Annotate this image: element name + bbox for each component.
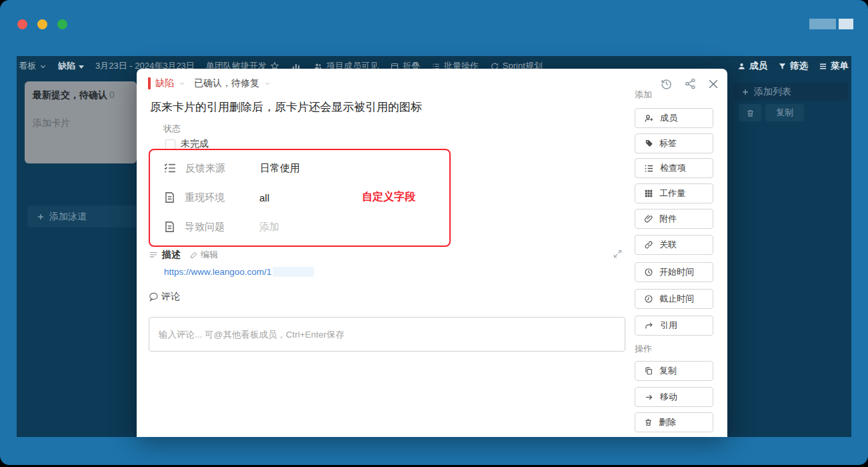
status-section-label: 状态 <box>163 123 181 135</box>
text-lines-icon <box>149 250 158 260</box>
card-type-row: 缺陷 已确认，待修复 <box>148 77 271 89</box>
add-list-label: 添加列表 <box>754 86 791 98</box>
copy-icon <box>644 366 653 376</box>
card-type-select[interactable]: 缺陷 <box>155 77 174 89</box>
field-value[interactable]: 日常使用 <box>260 162 300 175</box>
expand-icon[interactable] <box>613 249 623 259</box>
button-label: 工作量 <box>659 187 685 199</box>
description-label: 描述 <box>162 249 181 261</box>
delete-list-button[interactable] <box>739 104 761 121</box>
board-name-label: 缺陷 <box>58 60 75 72</box>
add-workload-button[interactable]: 工作量 <box>635 183 713 203</box>
add-list-button[interactable]: 添加列表 <box>733 83 848 101</box>
person-icon <box>737 62 746 71</box>
edit-label: 编辑 <box>201 249 218 261</box>
add-attachment-button[interactable]: 附件 <box>635 209 713 229</box>
menu-button[interactable]: 菜单 <box>819 60 849 72</box>
share-icon[interactable] <box>684 77 697 90</box>
app-window: 看板 缺陷 3月23日 - 2024年3月23日 单团队敏捷开发 项目成员可见 <box>0 0 868 465</box>
card-status-select[interactable]: 已确认，待修复 <box>194 77 259 89</box>
minimize-window-button[interactable] <box>37 19 47 29</box>
caret-down-icon <box>79 65 84 69</box>
forward-arrow-icon <box>644 321 654 330</box>
delete-card-button[interactable]: 删除 <box>635 412 713 432</box>
clock-icon <box>644 294 653 304</box>
copy-list-button[interactable]: 复制 <box>765 104 804 121</box>
add-relation-button[interactable]: 关联 <box>635 235 713 255</box>
kanban-list: 最新提交，待确认0 添加卡片 <box>25 81 137 163</box>
board-name-menu[interactable]: 缺陷 <box>58 60 84 72</box>
ops-section-label: 操作 <box>635 343 652 355</box>
titlebar-control-rect <box>839 19 853 29</box>
document-icon <box>163 191 176 204</box>
edit-description-button[interactable]: 编辑 <box>190 249 218 261</box>
plus-icon <box>37 213 45 221</box>
button-label: 复制 <box>659 365 677 377</box>
card-title[interactable]: 原来卡片的引用删除后，原卡片还会显示被引用的图标 <box>150 99 590 115</box>
custom-field-row[interactable]: 导致问题 添加 <box>163 219 279 234</box>
move-card-button[interactable]: 移动 <box>635 387 713 407</box>
field-label: 重现环境 <box>185 191 259 204</box>
due-time-button[interactable]: 截止时间 <box>635 289 713 309</box>
paperclip-icon <box>644 214 653 223</box>
button-label: 开始时间 <box>659 266 694 278</box>
quote-button[interactable]: 引用 <box>635 316 713 336</box>
field-value[interactable]: all <box>259 192 269 203</box>
card-link[interactable]: https://www.leangoo.com/1 <box>164 267 271 277</box>
add-swimlane-button[interactable]: 添加泳道 <box>27 205 142 227</box>
menu-label: 菜单 <box>831 60 849 72</box>
plus-icon <box>741 88 749 96</box>
add-checklist-button[interactable]: 检查项 <box>635 158 713 178</box>
description-content: https://www.leangoo.com/1 <box>164 267 314 277</box>
close-icon[interactable] <box>707 77 720 91</box>
button-label: 标签 <box>659 137 677 149</box>
history-icon[interactable] <box>660 77 673 90</box>
add-swimlane-label: 添加泳道 <box>49 211 87 223</box>
pencil-icon <box>190 251 198 259</box>
document-icon <box>163 220 176 234</box>
add-tag-button[interactable]: 标签 <box>635 133 713 153</box>
chevron-down-icon <box>179 80 185 87</box>
speech-bubble-icon <box>148 292 159 302</box>
custom-fields-annotation: 自定义字段 <box>362 190 415 204</box>
field-label: 导致问题 <box>185 221 259 234</box>
list-count: 0 <box>109 89 115 100</box>
comments-section-header: 评论 <box>148 291 180 303</box>
board-switcher[interactable]: 看板 <box>19 60 47 72</box>
trash-icon <box>644 418 653 427</box>
funnel-icon <box>778 62 787 71</box>
trash-icon <box>746 109 755 117</box>
chevron-down-icon <box>264 80 271 87</box>
redacted-text <box>273 267 314 277</box>
titlebar-control-rect <box>809 19 836 29</box>
field-value-placeholder[interactable]: 添加 <box>259 221 279 234</box>
zoom-window-button[interactable] <box>57 19 67 29</box>
start-time-button[interactable]: 开始时间 <box>635 262 713 282</box>
close-window-button[interactable] <box>17 19 27 29</box>
checklist-icon <box>163 161 177 175</box>
hamburger-icon <box>819 62 827 71</box>
board-toolbar-right: 成员 筛选 菜单 <box>737 60 849 72</box>
list-title-label: 最新提交，待确认 <box>33 89 107 100</box>
members-button[interactable]: 成员 <box>737 60 767 72</box>
filter-button[interactable]: 筛选 <box>778 60 808 72</box>
comment-input[interactable] <box>149 317 625 352</box>
description-section: 描述 编辑 <box>149 249 218 261</box>
custom-field-row[interactable]: 反馈来源 日常使用 <box>163 161 300 175</box>
button-label: 删除 <box>659 416 676 428</box>
link-icon <box>644 240 653 250</box>
checkbox[interactable] <box>165 139 175 149</box>
add-card-button[interactable]: 添加卡片 <box>33 117 129 129</box>
checklist-icon <box>644 163 654 173</box>
filter-label: 筛选 <box>790 60 808 72</box>
add-member-button[interactable]: 成员 <box>635 108 713 128</box>
person-plus-icon <box>644 113 654 123</box>
button-label: 附件 <box>659 213 677 225</box>
grid-icon <box>644 189 653 198</box>
copy-list-label: 复制 <box>776 107 793 119</box>
chevron-down-icon <box>39 63 47 70</box>
custom-field-row[interactable]: 重现环境 all <box>163 190 269 205</box>
button-label: 引用 <box>660 320 677 332</box>
button-label: 成员 <box>660 112 677 124</box>
copy-card-button[interactable]: 复制 <box>635 361 713 381</box>
